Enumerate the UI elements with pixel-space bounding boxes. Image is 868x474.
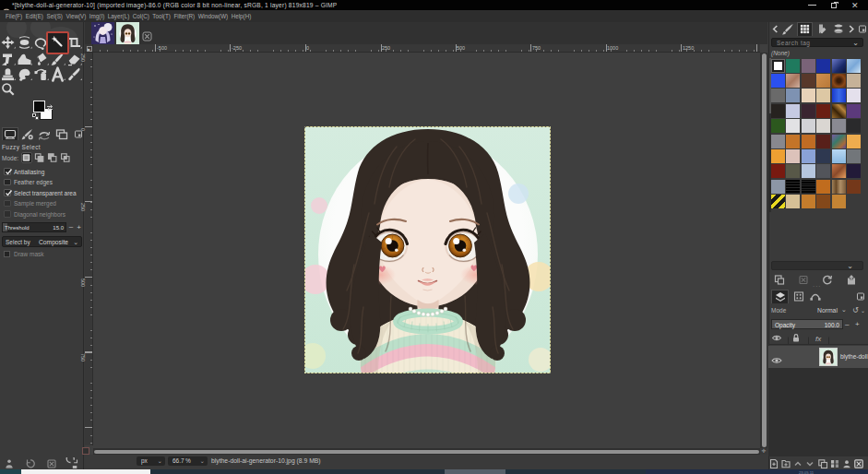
svg-text:fx: fx (815, 335, 822, 343)
